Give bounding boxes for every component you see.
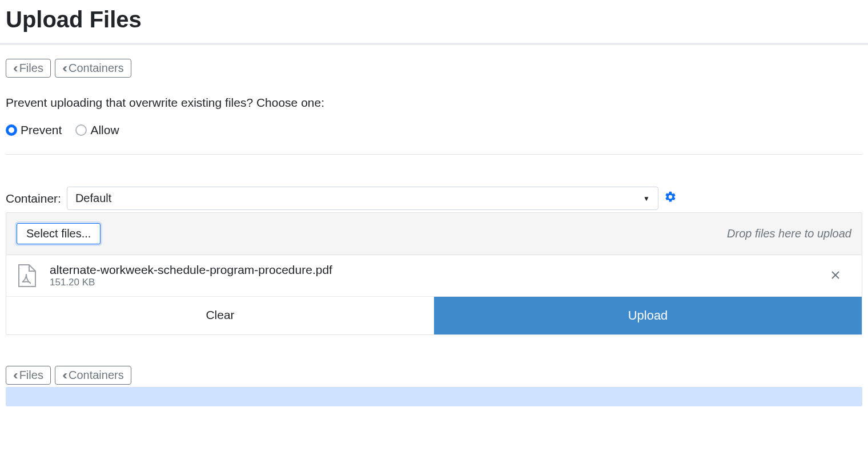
container-select[interactable]: Default ▼ <box>67 187 658 210</box>
select-files-button[interactable]: Select files... <box>17 223 101 244</box>
caret-down-icon: ▼ <box>643 195 650 203</box>
nav-containers-label: Containers <box>69 369 124 382</box>
nav-containers-label: Containers <box>69 62 124 75</box>
overwrite-radio-group: Prevent Allow <box>6 123 862 137</box>
upload-button[interactable]: Upload <box>434 297 862 334</box>
gear-icon[interactable] <box>664 191 677 207</box>
nav-files-label: Files <box>19 62 43 75</box>
radio-allow-label: Allow <box>90 123 119 137</box>
overwrite-question: Prevent uploading that overwrite existin… <box>6 96 862 110</box>
clear-button[interactable]: Clear <box>6 297 434 334</box>
page-title: Upload Files <box>6 7 862 33</box>
radio-prevent-label: Prevent <box>21 123 62 137</box>
containers-back-button-bottom[interactable]: ‹‹ Containers <box>55 366 131 385</box>
container-label: Container: <box>6 192 61 205</box>
file-size: 151.20 KB <box>50 277 819 288</box>
containers-back-button[interactable]: ‹‹ Containers <box>55 59 131 78</box>
upload-dropzone: Select files... Drop files here to uploa… <box>6 212 862 335</box>
drop-hint: Drop files here to upload <box>727 227 851 240</box>
container-selected-value: Default <box>75 192 111 205</box>
file-pdf-icon <box>17 264 36 287</box>
radio-checked-icon <box>6 124 17 136</box>
radio-allow[interactable]: Allow <box>75 123 119 137</box>
breadcrumb-bottom: ‹‹ Files ‹‹ Containers <box>6 366 862 385</box>
remove-file-button[interactable] <box>819 266 851 286</box>
info-strip <box>6 387 862 406</box>
files-back-button-bottom[interactable]: ‹‹ Files <box>6 366 51 385</box>
files-back-button[interactable]: ‹‹ Files <box>6 59 51 78</box>
chevron-left-double-icon: ‹‹ <box>13 369 15 382</box>
radio-prevent[interactable]: Prevent <box>6 123 62 137</box>
chevron-left-double-icon: ‹‹ <box>62 62 64 75</box>
file-name: alternate-workweek-schedule-program-proc… <box>50 263 819 277</box>
breadcrumb-top: ‹‹ Files ‹‹ Containers <box>6 59 862 78</box>
divider <box>6 154 862 155</box>
file-row: alternate-workweek-schedule-program-proc… <box>6 255 862 297</box>
nav-files-label: Files <box>19 369 43 382</box>
chevron-left-double-icon: ‹‹ <box>62 369 64 382</box>
chevron-left-double-icon: ‹‹ <box>13 62 15 75</box>
divider <box>0 43 868 45</box>
radio-unchecked-icon <box>75 124 87 136</box>
